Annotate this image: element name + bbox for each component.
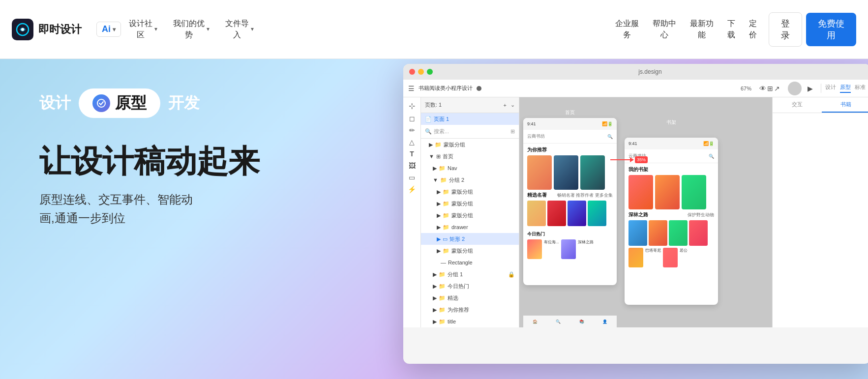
import-chevron-icon: ▾: [251, 25, 254, 33]
hero-section: 设计 原型 开发 让设计稿动起来 原型连线、交互事件、智能动 画,通通一步到位: [0, 59, 868, 379]
status-bar-1: 9:41 📶🔋: [523, 118, 617, 130]
book-sm-2: [547, 201, 566, 226]
page-expand-icon[interactable]: ⌄: [510, 102, 515, 108]
layer-expand-icon: ▶: [437, 236, 441, 242]
layer-group2[interactable]: ▼ 📁 分组 2: [421, 174, 519, 186]
lock-icon: 🔒: [508, 271, 515, 278]
screen2-label: 书架: [625, 119, 718, 126]
recent-section-bar: 深林之路 保护野生动物: [625, 209, 718, 220]
toolbar-share-icon[interactable]: ↗: [774, 85, 780, 92]
tab-standard[interactable]: 标准: [855, 84, 866, 93]
layer-today-hot[interactable]: ▶ 📁 今日热门: [421, 280, 519, 292]
page-icon: 📄: [425, 116, 432, 122]
shelf-hot-2-title: 若公: [680, 248, 688, 253]
header: 即时设计 Ai ▾ 设计社 区 ▾ 我们的优 势 ▾ 文件导 入 ▾: [0, 0, 868, 59]
community-chevron-icon: ▾: [154, 25, 157, 33]
right-tab-bookshelf[interactable]: 书籍: [822, 97, 868, 113]
layer-expand-icon: ▶: [433, 271, 437, 278]
hot-book-2: [561, 239, 576, 259]
shelf-sm-3: [669, 220, 688, 246]
right-tab-interaction[interactable]: 交互: [773, 97, 822, 113]
nav-item-community[interactable]: 设计社 区 ▾: [121, 14, 165, 44]
layer-homepage[interactable]: ▼ ⊞ 首页: [421, 150, 519, 162]
hero-tab-design[interactable]: 设计: [39, 92, 71, 114]
bookshelf-row: [625, 175, 718, 209]
layer-group-icon: 📁: [440, 177, 447, 183]
hero-tab-prototype[interactable]: 原型: [79, 88, 160, 118]
page-item-1[interactable]: 📄 页面 1: [421, 113, 519, 125]
layer-recommend[interactable]: ▶ 📁 为你推荐: [421, 304, 519, 316]
login-button[interactable]: 登 录: [769, 12, 802, 47]
window-maximize-dot[interactable]: [427, 69, 433, 75]
toolbar-zoom[interactable]: 67%: [741, 86, 751, 91]
shelf-sm-1: [629, 220, 647, 246]
layer-nav[interactable]: ▶ 📁 Nav: [421, 162, 519, 174]
layer-expand-icon: ▶: [437, 201, 441, 207]
window-close-dot[interactable]: [409, 69, 415, 75]
layer-mengban-3b[interactable]: ▶ 📁 蒙版分组: [421, 198, 519, 209]
layer-drawer[interactable]: ▶ 📁 drawer: [421, 221, 519, 233]
layer-mengban-3d[interactable]: ▶ 📁 蒙版分组: [421, 245, 519, 257]
tool-rect[interactable]: ▭: [409, 174, 415, 181]
tool-plugin[interactable]: ⚡: [408, 185, 416, 193]
tool-pen[interactable]: ✏: [409, 126, 415, 134]
nav-pricing[interactable]: 定 价: [743, 14, 763, 44]
layer-group-icon: 📁: [439, 319, 446, 325]
tab-design[interactable]: 设计: [825, 84, 836, 93]
nav-features[interactable]: 最新功 能: [684, 14, 719, 44]
nav-help[interactable]: 帮助中 心: [647, 14, 682, 44]
layer-mengban-3a[interactable]: ▶ 📁 蒙版分组: [421, 186, 519, 198]
toolbar-menu-icon[interactable]: ☰: [408, 85, 415, 92]
my-bookshelf-title: 我的书架: [625, 163, 718, 175]
nav-item-import[interactable]: 文件导 入 ▾: [217, 14, 262, 44]
layer-group-icon: 📁: [443, 201, 449, 207]
toolbar-view-icon[interactable]: 👁: [759, 85, 766, 92]
hero-right: js.design ☰ 书籍阅读类小程序设计 67% 👁 ⊞ ↗: [403, 59, 868, 379]
window-titlebar: js.design: [403, 64, 868, 80]
nav-item-advantages[interactable]: 我们的优 势 ▾: [165, 14, 217, 44]
tool-frame[interactable]: ◻: [409, 115, 415, 122]
layer-expand-icon: ▶: [433, 283, 437, 290]
tool-triangle[interactable]: △: [409, 138, 415, 146]
right-nav: 企业服 务 帮助中 心 最新功 能 下 载 定 价: [609, 12, 856, 47]
add-page-icon[interactable]: +: [504, 102, 507, 108]
layer-rect2[interactable]: ▶ ▭ 矩形 2: [421, 233, 519, 245]
filter-icon[interactable]: ⊞: [510, 128, 515, 135]
book-1: [527, 155, 552, 190]
layer-picks[interactable]: ▶ 📁 精选: [421, 292, 519, 304]
ai-label: Ai: [102, 24, 111, 34]
hero-tab-dev[interactable]: 开发: [168, 92, 200, 114]
window-minimize-dot[interactable]: [418, 69, 424, 75]
status-bar-2: 9:41 📶🔋: [625, 138, 718, 149]
shelf-hot-1: [629, 248, 643, 267]
layer-expand-icon: ▶: [429, 142, 433, 148]
tool-image[interactable]: 🖼: [409, 162, 416, 170]
app-right-panel: 交互 书籍: [772, 97, 868, 327]
tab-prototype[interactable]: 原型: [840, 84, 851, 93]
layer-group1[interactable]: ▶ 📁 分组 1 🔒: [421, 268, 519, 280]
tool-move[interactable]: ⊹: [409, 101, 415, 111]
layer-mengban-1[interactable]: ▶ 📁 蒙版分组: [421, 139, 519, 150]
layer-expand-icon: ▶: [437, 224, 441, 231]
layer-title[interactable]: ▶ 📁 title: [421, 316, 519, 327]
ai-button[interactable]: Ai ▾: [96, 22, 121, 37]
nav-enterprise[interactable]: 企业服 务: [609, 14, 645, 44]
books-row-2: [523, 201, 617, 226]
nav-items: 设计社 区 ▾ 我们的优 势 ▾ 文件导 入 ▾: [121, 14, 609, 44]
nav-download[interactable]: 下 载: [721, 14, 741, 44]
canvas-inner: 首页 9:41 📶🔋 云商书坊 🔍 为你推荐: [519, 97, 772, 327]
search-icon: 🔍: [425, 128, 432, 135]
shelf-book-2: [655, 175, 680, 209]
signup-button[interactable]: 免费使 用: [806, 13, 856, 46]
sidebar-pages-header: 页数: 1 + ⌄: [421, 97, 519, 113]
layer-rectangle[interactable]: — Rectangle: [421, 257, 519, 268]
book-sm-3: [568, 201, 586, 226]
layer-group-icon: 📁: [443, 224, 449, 231]
toolbar-play-icon[interactable]: ▶: [808, 85, 813, 92]
layer-mengban-3c[interactable]: ▶ 📁 蒙版分组: [421, 209, 519, 221]
toolbar-grid-icon[interactable]: ⊞: [767, 85, 773, 92]
window-title: js.design: [436, 68, 865, 75]
layers-search[interactable]: 🔍 搜索... ⊞: [421, 125, 519, 139]
tool-text[interactable]: T: [410, 150, 414, 158]
today-hot-title: 今日热门: [523, 228, 617, 239]
